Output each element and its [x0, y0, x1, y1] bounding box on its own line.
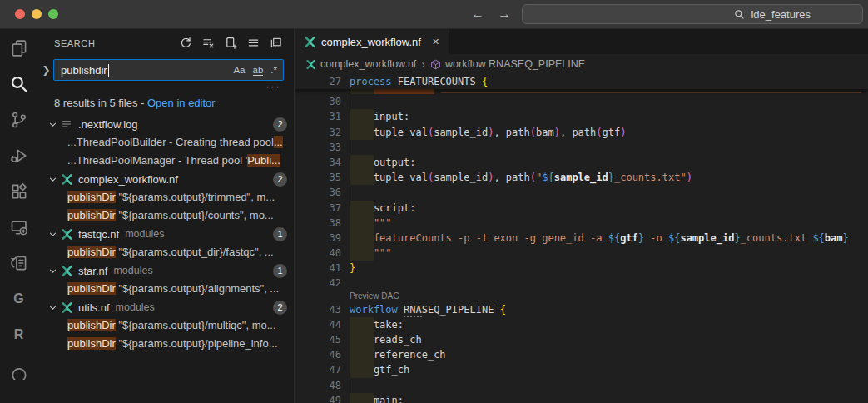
code-line[interactable]: 36 [295, 185, 868, 200]
search-result-file-row[interactable]: star.nfmodules1 [37, 261, 294, 280]
code-line[interactable]: 43workflow RNASEQ_PIPELINE { [295, 302, 868, 317]
breadcrumb-symbol[interactable]: workflow RNASEQ_PIPELINE [445, 58, 585, 70]
maximize-window-icon[interactable] [48, 9, 58, 19]
minimize-window-icon[interactable] [32, 9, 42, 19]
close-tab-icon[interactable]: ✕ [432, 37, 439, 47]
search-result-file-row[interactable]: .nextflow.log2 [37, 115, 294, 133]
chevron-down-icon[interactable] [46, 120, 59, 129]
line-number: 42 [295, 276, 350, 291]
code-line[interactable]: 42 [295, 276, 868, 291]
chevron-down-icon[interactable] [46, 266, 59, 276]
code-text: script: [350, 201, 868, 216]
syntax-token: sample_id [434, 127, 488, 138]
clear-search-results-icon[interactable] [201, 37, 215, 50]
code-line[interactable]: 35 tuple val(sample_id), path("${sample_… [295, 170, 868, 185]
match-whole-word-toggle[interactable]: ab [253, 65, 264, 76]
references-view-icon[interactable] [8, 252, 30, 274]
search-results-tree: .nextflow.log2...ThreadPoolBuilder - Cre… [37, 115, 294, 403]
nextflow-file-icon [59, 173, 74, 186]
code-line[interactable]: 40 """ [295, 246, 868, 261]
syntax-token: } [734, 232, 740, 244]
code-line[interactable]: 46 reference_ch [295, 347, 868, 362]
search-result-match-row[interactable]: publishDir "${params.output}/counts", mo… [37, 206, 294, 225]
breadcrumb-file[interactable]: complex_workflow.nf [320, 58, 416, 70]
nextflow-file-icon [59, 301, 74, 314]
code-line[interactable]: 45 reads_ch [295, 332, 868, 347]
search-result-match-row[interactable]: publishDir "${params.output}/trimmed", m… [37, 188, 294, 206]
code-line[interactable]: 38 """ [295, 216, 868, 231]
search-result-file-row[interactable]: utils.nfmodules2 [37, 298, 294, 316]
code-line[interactable]: 32 tuple val(sample_id), path(bam), path… [295, 125, 868, 140]
file-path: modules [113, 265, 152, 276]
match-count-badge: 2 [273, 301, 287, 315]
use-regex-toggle[interactable]: .* [270, 65, 277, 75]
search-icon[interactable] [8, 73, 30, 95]
r-language-icon[interactable]: R [8, 324, 30, 346]
search-result-match-row[interactable]: publishDir "${params.output}/multiqc", m… [37, 316, 294, 335]
search-result-file-row[interactable]: complex_workflow.nf2 [37, 170, 294, 188]
toggle-search-details-icon[interactable]: ··· [266, 82, 281, 92]
search-result-file-row[interactable]: fastqc.nfmodules1 [37, 225, 294, 243]
line-number: 45 [295, 332, 350, 347]
file-name: complex_workflow.nf [78, 173, 178, 186]
syntax-token: tuple val [350, 127, 428, 138]
remote-explorer-icon[interactable] [8, 216, 30, 238]
code-text: """ [350, 246, 868, 261]
chevron-down-icon[interactable] [46, 303, 59, 312]
search-result-match-row[interactable]: publishDir "${params.output}/pipeline_in… [37, 335, 294, 353]
code-text [350, 276, 868, 291]
close-window-icon[interactable] [15, 9, 25, 19]
syntax-token: bam [536, 127, 554, 138]
account-icon[interactable] [8, 360, 30, 381]
syntax-token: } [350, 262, 355, 274]
view-as-list-icon[interactable] [246, 37, 260, 50]
code-line[interactable]: 48 [295, 378, 868, 393]
collapse-all-icon[interactable] [269, 37, 282, 50]
match-context-text: ...ThreadPoolManager - Thread pool ' [67, 154, 247, 167]
open-new-search-editor-icon[interactable] [224, 37, 237, 50]
back-icon[interactable]: ← [471, 7, 484, 22]
code-line[interactable]: 31 input: [295, 109, 868, 124]
explorer-icon[interactable] [8, 37, 30, 59]
search-result-match-row[interactable]: ...ThreadPoolBuilder - Creating thread p… [37, 133, 294, 152]
toggle-replace-chevron-icon[interactable]: ❯ [41, 64, 52, 76]
code-line[interactable]: 33 [295, 140, 868, 155]
code-line[interactable]: 39 featureCounts -p -t exon -g gene_id -… [295, 231, 868, 246]
syntax-token: ${ [812, 232, 824, 244]
match-case-toggle[interactable]: Aa [233, 65, 245, 75]
code-line[interactable]: 47 gtf_ch [295, 362, 868, 377]
chevron-down-icon[interactable] [46, 175, 59, 184]
code-line[interactable]: 34 output: [295, 155, 868, 170]
nextflow-file-icon [304, 36, 316, 48]
tab-bar: complex_workflow.nf ✕ [295, 29, 868, 54]
search-result-match-row[interactable]: publishDir "${params.output}/alignments"… [37, 280, 294, 298]
chevron-down-icon[interactable] [46, 230, 59, 239]
codelens-preview-dag[interactable]: Preview DAG [295, 291, 868, 302]
line-number: 40 [295, 246, 350, 261]
syntax-token: gtf [603, 127, 621, 138]
forward-icon[interactable]: → [498, 7, 511, 22]
search-result-match-row[interactable]: publishDir "${params.output_dir}/fastqc"… [37, 243, 294, 261]
line-number: 46 [295, 347, 350, 362]
command-center-label: ide_features [751, 8, 811, 21]
code-line[interactable]: 41} [295, 261, 868, 276]
source-control-icon[interactable] [8, 109, 30, 131]
gitlens-icon[interactable]: G [8, 288, 30, 310]
run-and-debug-icon[interactable] [8, 145, 30, 167]
tab-complex-workflow[interactable]: complex_workflow.nf ✕ [295, 29, 449, 54]
open-in-editor-link[interactable]: Open in editor [147, 97, 216, 109]
command-center[interactable]: ide_features [522, 4, 863, 24]
nextflow-file-icon [305, 59, 316, 70]
search-result-match-row[interactable]: ...ThreadPoolManager - Thread pool 'Publ… [37, 152, 294, 170]
code-editor[interactable]: 27process FEATURECOUNTS { 3031 input:32 … [295, 74, 868, 403]
code-line[interactable]: 37 script: [295, 201, 868, 216]
extensions-icon[interactable] [8, 181, 30, 202]
code-line[interactable]: 30 [295, 94, 868, 109]
sticky-scroll-line[interactable]: 27process FEATURECOUNTS { [295, 74, 868, 89]
code-line[interactable]: 49 main: [295, 393, 868, 403]
search-input[interactable]: publishdir Aaab.* [53, 59, 284, 81]
symbol-cube-icon [430, 59, 441, 70]
indent-guide [350, 94, 350, 109]
refresh-icon[interactable] [179, 37, 192, 50]
code-line[interactable]: 44 take: [295, 317, 868, 332]
